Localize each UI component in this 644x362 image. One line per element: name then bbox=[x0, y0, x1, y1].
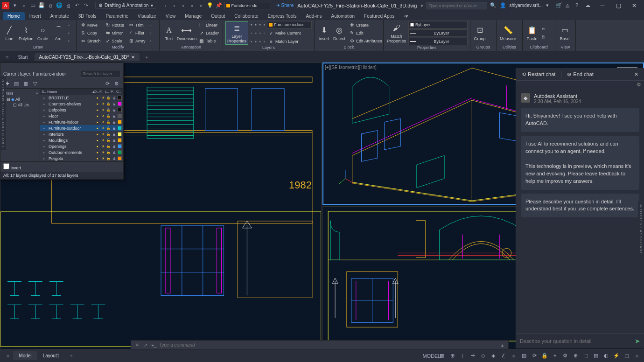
share-button[interactable]: ✈ Share bbox=[276, 3, 294, 8]
invert-filter[interactable]: Invert bbox=[0, 161, 123, 172]
dimension-button[interactable]: ⟷Dimension bbox=[177, 24, 196, 42]
layer-tool-10[interactable]: ▫ bbox=[254, 38, 257, 45]
copy-button[interactable]: ⎘Copy bbox=[79, 29, 102, 37]
insert-button[interactable]: ⬇Insert bbox=[317, 24, 331, 42]
scale-button[interactable]: ⤢Scale bbox=[104, 37, 126, 45]
edit-button[interactable]: ✎Edit bbox=[348, 29, 384, 37]
ortho-icon[interactable]: ⊥ bbox=[458, 352, 467, 360]
line-button[interactable]: ╱Line bbox=[2, 24, 16, 42]
layer-lock-icon[interactable]: 🔓 bbox=[106, 108, 111, 112]
annovisibility-icon[interactable]: ⌖ bbox=[551, 352, 559, 360]
layer-row[interactable]: ⬦ Defpoints ● ☀ 🔓 🖨 bbox=[40, 107, 123, 113]
layer-color-swatch[interactable] bbox=[118, 156, 122, 160]
modify-flyout-3[interactable]: ▫ bbox=[148, 37, 153, 45]
layer-lock-icon[interactable]: 🔓 bbox=[106, 132, 111, 136]
layer-list[interactable]: S.. Name ▴ O.. F.. L.. P.. C.. ⬦ BRDTITL… bbox=[40, 89, 123, 161]
3dosnap-icon[interactable]: ◈ bbox=[489, 352, 497, 360]
stretch-button[interactable]: ⇔Stretch bbox=[79, 37, 102, 45]
layerprops-button[interactable]: ≣Layer Properties bbox=[225, 21, 248, 45]
layer-on-icon[interactable]: ● bbox=[95, 114, 99, 118]
layer-plot-icon[interactable]: 🖨 bbox=[112, 144, 116, 148]
layer-on-icon[interactable]: ● bbox=[95, 96, 99, 100]
layer-row[interactable]: ⬦ Furniture-indoor ● ☀ 🔓 🖨 bbox=[40, 119, 123, 125]
create-button[interactable]: ✚Create bbox=[348, 21, 384, 29]
layer-tool-9[interactable]: ▫ bbox=[250, 38, 253, 45]
layer-lock-icon[interactable]: 🔓 bbox=[106, 114, 111, 118]
filter-all[interactable]: ⊟◆All bbox=[2, 97, 38, 102]
add-tab-button[interactable]: ＋ bbox=[141, 54, 152, 61]
tab-addins[interactable]: Add-ins bbox=[301, 12, 327, 20]
layer-freeze-icon[interactable]: ☀ bbox=[101, 138, 105, 142]
layer-freeze-icon[interactable]: ☀ bbox=[101, 102, 105, 106]
lineweight-icon[interactable]: ≡ bbox=[510, 352, 518, 360]
tab-parametric[interactable]: Parametric bbox=[101, 12, 133, 20]
layer-row[interactable]: ⬦ Counters-shelves ● ☀ 🔓 🖨 bbox=[40, 101, 123, 107]
layer-on-icon[interactable]: ● bbox=[95, 156, 99, 160]
tab-expresstools[interactable]: Express Tools bbox=[263, 12, 301, 20]
saveas-icon[interactable]: ⎙ bbox=[47, 2, 54, 9]
tab-automation[interactable]: Automation bbox=[327, 12, 360, 20]
layer-color-swatch[interactable] bbox=[118, 126, 122, 130]
cloud-icon[interactable]: ☁ bbox=[585, 2, 592, 9]
layer-plot-icon[interactable]: 🖨 bbox=[112, 156, 116, 160]
layer-row[interactable]: ⬦ BRDTITLE ● ☀ 🔓 🖨 bbox=[40, 95, 123, 101]
polyline-button[interactable]: ⌇Polyline bbox=[18, 24, 35, 42]
new-icon[interactable]: ▫ bbox=[21, 2, 27, 9]
open-icon[interactable]: ▭ bbox=[29, 2, 36, 9]
layer-on-icon[interactable]: ● bbox=[95, 126, 99, 130]
minimize-button[interactable]: ─ bbox=[595, 0, 610, 11]
layer-row[interactable]: ⬦ Interiors ● ☀ 🔓 🖨 bbox=[40, 131, 123, 137]
assistant-settings-icon[interactable]: ⚙ bbox=[637, 82, 641, 88]
doc-nav-icon[interactable]: ▸ bbox=[421, 2, 424, 8]
tab-annotate[interactable]: Annotate bbox=[46, 12, 74, 20]
layer-plot-icon[interactable]: 🖨 bbox=[112, 96, 116, 100]
menu-dropdown-icon[interactable]: ▾ bbox=[12, 2, 18, 9]
qat-icon-1[interactable]: ▫ bbox=[162, 2, 169, 9]
collapse-icon[interactable]: « bbox=[36, 91, 38, 96]
draw-flyout-3[interactable]: ▫ bbox=[67, 37, 71, 45]
layer-on-icon[interactable]: ● bbox=[95, 132, 99, 136]
layer-on-icon[interactable]: ● bbox=[95, 138, 99, 142]
user-icon[interactable]: 👤 bbox=[500, 2, 506, 9]
chevron-down-icon[interactable]: ▾ bbox=[546, 2, 553, 9]
group-button[interactable]: ⊡Group bbox=[473, 24, 487, 42]
cmdline-close-icon[interactable]: ✕ bbox=[134, 341, 140, 348]
model-tab[interactable]: Model bbox=[13, 351, 37, 360]
tab-output[interactable]: Output bbox=[206, 12, 230, 20]
layer-color-swatch[interactable] bbox=[118, 120, 122, 124]
layer-plot-icon[interactable]: 🖨 bbox=[112, 132, 116, 136]
assistant-input[interactable] bbox=[520, 338, 632, 344]
help-icon[interactable]: ? bbox=[575, 2, 582, 9]
assistant-close-button[interactable]: ✕ bbox=[634, 71, 638, 77]
annoscale-icon[interactable]: 🔒 bbox=[540, 352, 549, 360]
text-button[interactable]: AText bbox=[162, 24, 176, 42]
quick-layer-selector[interactable]: Furniture-indo bbox=[224, 2, 271, 9]
snap-icon[interactable]: ⊞ bbox=[448, 352, 456, 360]
layer-color-swatch[interactable] bbox=[118, 132, 122, 136]
layer-search-input[interactable] bbox=[81, 70, 120, 77]
cmdline-recent-icon[interactable]: ↗ bbox=[142, 341, 149, 348]
layer-states-icon[interactable]: ▤ bbox=[13, 80, 20, 87]
tab-view[interactable]: View bbox=[161, 12, 181, 20]
tab-visualize[interactable]: Visualize bbox=[133, 12, 161, 20]
layer-on-icon[interactable]: ● bbox=[95, 108, 99, 112]
rotate-button[interactable]: ↻Rotate bbox=[104, 21, 126, 29]
layer-color-swatch[interactable] bbox=[118, 144, 122, 148]
layer-plot-icon[interactable]: 🖨 bbox=[112, 108, 116, 112]
layer-plot-icon[interactable]: 🖨 bbox=[112, 120, 116, 124]
layer-tool-7[interactable]: ▫ bbox=[259, 29, 262, 37]
matchlayer-button[interactable]: ≡Match Layer bbox=[267, 38, 300, 45]
save-icon[interactable]: 💾 bbox=[38, 2, 45, 9]
layer-row[interactable]: ⬦ Furniture-outdoor ● ☀ 🔓 🖨 bbox=[40, 125, 123, 131]
qat-icon-5[interactable]: ▫ bbox=[198, 2, 204, 9]
layer-color-swatch[interactable] bbox=[118, 102, 122, 106]
quickprops-icon[interactable]: ▤ bbox=[592, 352, 600, 360]
layer-plot-icon[interactable]: 🖨 bbox=[112, 102, 116, 106]
layer-freeze-icon[interactable]: ☀ bbox=[101, 156, 105, 160]
search-icon[interactable]: 🔍 bbox=[490, 2, 497, 9]
layer-freeze-icon[interactable]: ☀ bbox=[101, 132, 105, 136]
detect-button[interactable]: ◎Detect bbox=[332, 24, 346, 42]
draw-flyout-1[interactable]: ▫ bbox=[67, 21, 71, 29]
workspace-selector[interactable]: ⚙ Drafting & Annotation ▾ bbox=[95, 2, 156, 9]
maximize-button[interactable]: ▢ bbox=[610, 0, 626, 11]
